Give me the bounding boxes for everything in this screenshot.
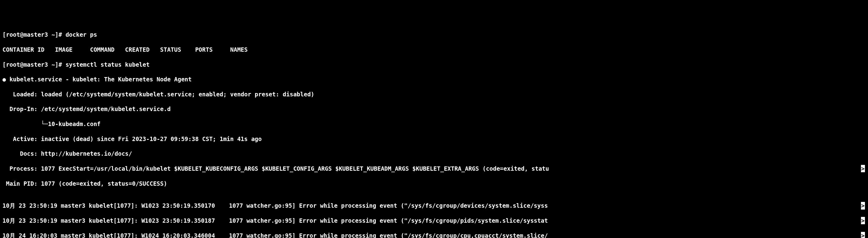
- line-truncation-indicator: >: [861, 165, 865, 172]
- active-line: Active: inactive (dead) since Fri 2023-1…: [2, 135, 866, 142]
- command-docker-ps: docker ps: [66, 31, 97, 38]
- main-pid-line: Main PID: 1077 (code=exited, status=0/SU…: [2, 180, 866, 187]
- prompt-line-2: [root@master3 ~]# systemctl status kubel…: [2, 61, 866, 68]
- docs-line: Docs: http://kubernetes.io/docs/: [2, 150, 866, 157]
- line-truncation-indicator: >: [861, 232, 865, 238]
- process-line: Process: 1077 ExecStart=/usr/local/bin/k…: [2, 165, 866, 172]
- service-header-line: ● kubelet.service - kubelet: The Kuberne…: [2, 75, 866, 83]
- log-line: 10月 23 23:50:19 master3 kubelet[1077]: W…: [2, 202, 866, 209]
- loaded-line: Loaded: loaded (/etc/systemd/system/kube…: [2, 91, 866, 98]
- line-truncation-indicator: >: [861, 202, 865, 209]
- command-systemctl-status: systemctl status kubelet: [66, 61, 150, 68]
- line-truncation-indicator: >: [861, 217, 865, 224]
- dropin-line: Drop-In: /etc/systemd/system/kubelet.ser…: [2, 105, 866, 112]
- log-line: 10月 23 23:50:19 master3 kubelet[1077]: W…: [2, 217, 866, 224]
- shell-prompt: [root@master3 ~]#: [2, 31, 66, 38]
- shell-prompt: [root@master3 ~]#: [2, 61, 66, 68]
- dropin-file-line: └─10-kubeadm.conf: [2, 120, 866, 128]
- docker-ps-header: CONTAINER ID IMAGE COMMAND CREATED STATU…: [2, 46, 866, 53]
- prompt-line-1: [root@master3 ~]# docker ps: [2, 31, 866, 38]
- log-line: 10月 24 16:20:03 master3 kubelet[1077]: W…: [2, 232, 866, 238]
